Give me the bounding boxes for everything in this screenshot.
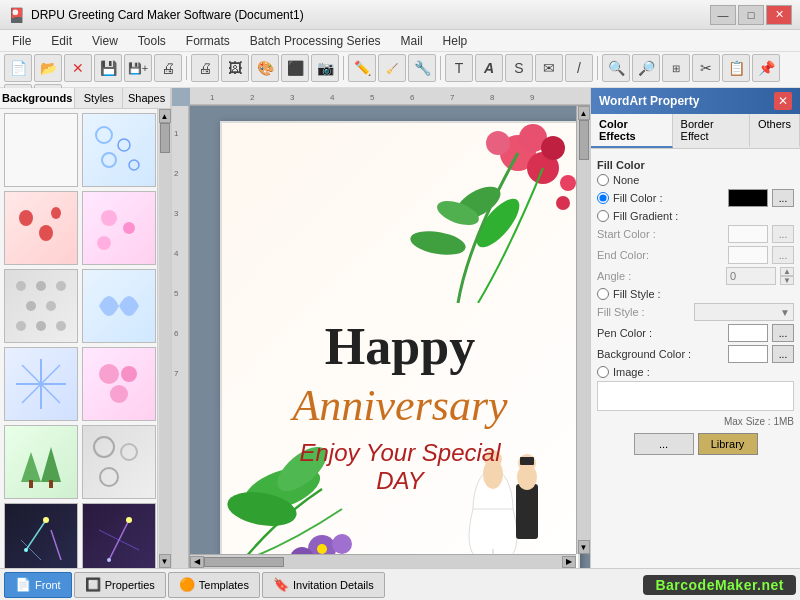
menu-help[interactable]: Help bbox=[435, 32, 476, 50]
menu-mail[interactable]: Mail bbox=[393, 32, 431, 50]
fill-style-radio[interactable] bbox=[597, 288, 609, 300]
symbol-button[interactable]: S bbox=[505, 54, 533, 82]
fill-color-radio[interactable] bbox=[597, 192, 609, 204]
app-title: DRPU Greeting Card Maker Software (Docum… bbox=[31, 8, 304, 22]
menu-tools[interactable]: Tools bbox=[130, 32, 174, 50]
close-window-button[interactable]: ✕ bbox=[766, 5, 792, 25]
menu-batch[interactable]: Batch Processing Series bbox=[242, 32, 389, 50]
tab-color-effects[interactable]: Color Effects bbox=[591, 114, 673, 148]
pencil-button[interactable]: ✏️ bbox=[348, 54, 376, 82]
open-button[interactable]: 📂 bbox=[34, 54, 62, 82]
thumb-11[interactable] bbox=[4, 503, 78, 568]
fill-color-swatch[interactable] bbox=[728, 189, 768, 207]
image-button[interactable]: 🖼 bbox=[221, 54, 249, 82]
scroll-thumb[interactable] bbox=[160, 123, 170, 153]
scroll-track bbox=[159, 123, 171, 554]
svg-point-14 bbox=[46, 301, 56, 311]
zoom-in-button[interactable]: 🔍 bbox=[602, 54, 630, 82]
new-button[interactable]: 📄 bbox=[4, 54, 32, 82]
bg-color-swatch[interactable] bbox=[728, 345, 768, 363]
svg-text:9: 9 bbox=[530, 93, 535, 102]
fit-button[interactable]: ⊞ bbox=[662, 54, 690, 82]
wand-button[interactable]: 🔧 bbox=[408, 54, 436, 82]
line-button[interactable]: / bbox=[565, 54, 593, 82]
thumb-5[interactable] bbox=[4, 269, 78, 343]
front-tab[interactable]: 📄 Front bbox=[4, 572, 72, 598]
image-dots-btn[interactable]: ... bbox=[634, 433, 694, 455]
scroll-down-btn[interactable]: ▼ bbox=[159, 554, 171, 568]
menu-view[interactable]: View bbox=[84, 32, 126, 50]
h-scroll-thumb[interactable] bbox=[204, 557, 284, 567]
svg-point-2 bbox=[102, 153, 116, 167]
fill-color-picker-btn[interactable]: ... bbox=[772, 189, 794, 207]
panel-close-button[interactable]: ✕ bbox=[774, 92, 792, 110]
h-scroll-right[interactable]: ▶ bbox=[562, 556, 576, 568]
zoom-out-button[interactable]: 🔎 bbox=[632, 54, 660, 82]
properties-tab[interactable]: 🔲 Properties bbox=[74, 572, 166, 598]
thumb-scrollbar[interactable]: ▲ ▼ bbox=[157, 109, 171, 568]
cut-button[interactable]: ✂ bbox=[692, 54, 720, 82]
pen-color-label: Pen Color : bbox=[597, 327, 724, 339]
copy-button[interactable]: 📋 bbox=[722, 54, 750, 82]
bg-color-btn[interactable]: ... bbox=[772, 345, 794, 363]
menu-file[interactable]: File bbox=[4, 32, 39, 50]
color-button[interactable]: 🎨 bbox=[251, 54, 279, 82]
thumb-3[interactable] bbox=[4, 191, 78, 265]
tab-others[interactable]: Others bbox=[750, 114, 800, 148]
eraser-button[interactable]: 🧹 bbox=[378, 54, 406, 82]
svg-text:6: 6 bbox=[174, 329, 179, 338]
thumb-2[interactable] bbox=[82, 113, 156, 187]
thumb-12[interactable] bbox=[82, 503, 156, 568]
thumb-7[interactable] bbox=[4, 347, 78, 421]
image-radio[interactable] bbox=[597, 366, 609, 378]
tab-styles[interactable]: Styles bbox=[75, 88, 123, 108]
v-scrollbar[interactable]: ▲ ▼ bbox=[576, 106, 590, 554]
tab-border-effect[interactable]: Border Effect bbox=[673, 114, 750, 148]
wordart-button[interactable]: A bbox=[475, 54, 503, 82]
fill-gradient-radio[interactable] bbox=[597, 210, 609, 222]
close-doc-button[interactable]: ✕ bbox=[64, 54, 92, 82]
thumb-10[interactable] bbox=[82, 425, 156, 499]
greeting-card[interactable]: Happy Anniversary Enjoy Your SpecialDAY bbox=[220, 121, 580, 568]
shape-button[interactable]: ⬛ bbox=[281, 54, 309, 82]
h-scrollbar[interactable]: ◀ ▶ bbox=[190, 554, 576, 568]
svg-point-69 bbox=[556, 196, 570, 210]
titlebar-controls[interactable]: — □ ✕ bbox=[710, 5, 792, 25]
menu-formats[interactable]: Formats bbox=[178, 32, 238, 50]
invitation-tab[interactable]: 🔖 Invitation Details bbox=[262, 572, 385, 598]
thumb-6[interactable] bbox=[82, 269, 156, 343]
text-button[interactable]: T bbox=[445, 54, 473, 82]
mail-button[interactable]: ✉ bbox=[535, 54, 563, 82]
none-radio[interactable] bbox=[597, 174, 609, 186]
thumb-9[interactable] bbox=[4, 425, 78, 499]
v-scroll-down[interactable]: ▼ bbox=[578, 540, 590, 554]
thumb-8[interactable] bbox=[82, 347, 156, 421]
photo-button[interactable]: 📷 bbox=[311, 54, 339, 82]
library-btn[interactable]: Library bbox=[698, 433, 758, 455]
scroll-up-btn[interactable]: ▲ bbox=[159, 109, 171, 123]
v-scroll-thumb[interactable] bbox=[579, 120, 589, 160]
print-preview-button[interactable]: 🖨 bbox=[154, 54, 182, 82]
fill-color-row: Fill Color : ... bbox=[597, 189, 794, 207]
save-button[interactable]: 💾 bbox=[94, 54, 122, 82]
svg-text:4: 4 bbox=[174, 249, 179, 258]
thumb-1[interactable] bbox=[4, 113, 78, 187]
h-scroll-left[interactable]: ◀ bbox=[190, 556, 204, 568]
maximize-button[interactable]: □ bbox=[738, 5, 764, 25]
tab-backgrounds[interactable]: Backgrounds bbox=[0, 88, 75, 108]
tab-shapes[interactable]: Shapes bbox=[123, 88, 171, 108]
svg-line-32 bbox=[26, 520, 46, 550]
canvas[interactable]: Happy Anniversary Enjoy Your SpecialDAY bbox=[190, 106, 590, 568]
pen-color-btn[interactable]: ... bbox=[772, 324, 794, 342]
menu-edit[interactable]: Edit bbox=[43, 32, 80, 50]
canvas-area: 1 2 3 4 5 6 7 8 9 1 bbox=[172, 88, 590, 568]
save-all-button[interactable]: 💾+ bbox=[124, 54, 152, 82]
thumb-4[interactable] bbox=[82, 191, 156, 265]
v-scroll-up[interactable]: ▲ bbox=[578, 106, 590, 120]
minimize-button[interactable]: — bbox=[710, 5, 736, 25]
print-button[interactable]: 🖨 bbox=[191, 54, 219, 82]
templates-tab[interactable]: 🟠 Templates bbox=[168, 572, 260, 598]
pen-color-swatch[interactable] bbox=[728, 324, 768, 342]
paste-button[interactable]: 📌 bbox=[752, 54, 780, 82]
svg-text:3: 3 bbox=[174, 209, 179, 218]
